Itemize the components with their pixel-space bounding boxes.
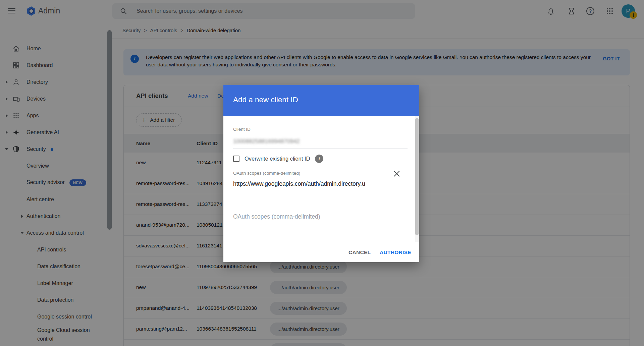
add-client-id-dialog: Add a new client ID Client ID 1000882588… bbox=[223, 85, 419, 262]
overwrite-row: Overwrite existing client ID i bbox=[233, 154, 323, 163]
authorise-button[interactable]: AUTHORISE bbox=[380, 249, 411, 255]
client-id-field-label: Client ID bbox=[233, 127, 251, 132]
info-icon[interactable]: i bbox=[315, 155, 323, 163]
oauth-scopes-empty-field[interactable]: OAuth scopes (comma-delimited) bbox=[233, 213, 387, 220]
overwrite-checkbox[interactable] bbox=[233, 156, 239, 162]
remove-scope-icon[interactable] bbox=[392, 169, 401, 178]
overwrite-label: Overwrite existing client ID bbox=[245, 156, 310, 162]
dialog-scrollbar-thumb[interactable] bbox=[415, 118, 419, 235]
cancel-button[interactable]: CANCEL bbox=[348, 249, 371, 255]
client-id-field-value[interactable]: 100088258816994870942 bbox=[233, 138, 408, 145]
client-id-field-underline bbox=[233, 149, 408, 149]
oauth-scopes-empty-field-underline bbox=[233, 224, 387, 224]
dialog-title: Add a new client ID bbox=[233, 96, 298, 104]
oauth-scopes-field-label: OAuth scopes (comma-delimited) bbox=[233, 171, 300, 176]
oauth-scopes-field-value[interactable]: https://www.googleapis.com/auth/admin.di… bbox=[233, 180, 387, 187]
oauth-scopes-field-underline bbox=[233, 190, 387, 190]
admin-console-page: Admin ? bbox=[0, 0, 644, 346]
